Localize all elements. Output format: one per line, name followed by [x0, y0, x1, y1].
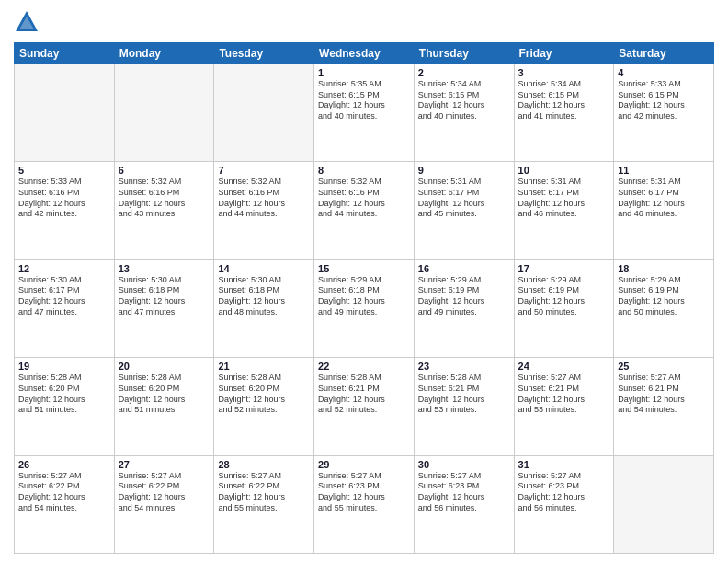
calendar-cell: 31Sunrise: 5:27 AMSunset: 6:23 PMDayligh…: [514, 455, 614, 553]
day-number: 2: [418, 67, 510, 78]
col-header-sunday: Sunday: [15, 43, 115, 64]
week-row-2: 5Sunrise: 5:33 AMSunset: 6:16 PMDaylight…: [15, 162, 714, 259]
day-number: 17: [518, 263, 610, 274]
day-info: Sunrise: 5:31 AMSunset: 6:17 PMDaylight:…: [518, 177, 610, 220]
calendar-cell: 26Sunrise: 5:27 AMSunset: 6:22 PMDayligh…: [15, 455, 115, 553]
calendar-cell: 6Sunrise: 5:32 AMSunset: 6:16 PMDaylight…: [114, 162, 214, 259]
day-number: 30: [418, 459, 510, 470]
calendar-cell: 21Sunrise: 5:28 AMSunset: 6:20 PMDayligh…: [214, 358, 314, 455]
day-number: 15: [318, 263, 410, 274]
header: [14, 9, 714, 35]
day-number: 31: [518, 459, 610, 470]
day-info: Sunrise: 5:27 AMSunset: 6:23 PMDaylight:…: [518, 471, 610, 514]
calendar-cell: 11Sunrise: 5:31 AMSunset: 6:17 PMDayligh…: [614, 162, 714, 259]
day-number: 26: [18, 459, 110, 470]
calendar-cell: 23Sunrise: 5:28 AMSunset: 6:21 PMDayligh…: [414, 358, 514, 455]
day-number: 20: [119, 361, 210, 372]
calendar-cell: [614, 455, 714, 553]
day-info: Sunrise: 5:27 AMSunset: 6:22 PMDaylight:…: [218, 471, 310, 514]
day-info: Sunrise: 5:27 AMSunset: 6:22 PMDaylight:…: [119, 471, 210, 514]
day-number: 12: [18, 263, 110, 274]
day-number: 27: [119, 459, 210, 470]
day-info: Sunrise: 5:31 AMSunset: 6:17 PMDaylight:…: [618, 177, 710, 220]
calendar-cell: 13Sunrise: 5:30 AMSunset: 6:18 PMDayligh…: [114, 259, 214, 357]
calendar-cell: 8Sunrise: 5:32 AMSunset: 6:16 PMDaylight…: [314, 162, 415, 259]
calendar-cell: [15, 64, 115, 162]
day-number: 18: [618, 263, 710, 274]
day-info: Sunrise: 5:28 AMSunset: 6:21 PMDaylight:…: [418, 373, 510, 416]
day-info: Sunrise: 5:28 AMSunset: 6:20 PMDaylight:…: [218, 373, 310, 416]
day-info: Sunrise: 5:35 AMSunset: 6:15 PMDaylight:…: [318, 79, 410, 122]
day-number: 25: [618, 361, 710, 372]
calendar-cell: 22Sunrise: 5:28 AMSunset: 6:21 PMDayligh…: [314, 358, 415, 455]
calendar-cell: 2Sunrise: 5:34 AMSunset: 6:15 PMDaylight…: [414, 64, 514, 162]
day-number: 3: [518, 67, 610, 78]
day-number: 22: [318, 361, 410, 372]
calendar-cell: 17Sunrise: 5:29 AMSunset: 6:19 PMDayligh…: [514, 259, 614, 357]
calendar-cell: 14Sunrise: 5:30 AMSunset: 6:18 PMDayligh…: [214, 259, 314, 357]
calendar-cell: 28Sunrise: 5:27 AMSunset: 6:22 PMDayligh…: [214, 455, 314, 553]
day-info: Sunrise: 5:30 AMSunset: 6:18 PMDaylight:…: [218, 275, 310, 318]
day-number: 11: [618, 165, 710, 176]
day-number: 6: [119, 165, 210, 176]
calendar-cell: 27Sunrise: 5:27 AMSunset: 6:22 PMDayligh…: [114, 455, 214, 553]
day-info: Sunrise: 5:30 AMSunset: 6:18 PMDaylight:…: [119, 275, 210, 318]
calendar-cell: 29Sunrise: 5:27 AMSunset: 6:23 PMDayligh…: [314, 455, 415, 553]
col-header-friday: Friday: [514, 43, 614, 64]
day-info: Sunrise: 5:27 AMSunset: 6:22 PMDaylight:…: [18, 471, 110, 514]
calendar-cell: 12Sunrise: 5:30 AMSunset: 6:17 PMDayligh…: [15, 259, 115, 357]
calendar-cell: 3Sunrise: 5:34 AMSunset: 6:15 PMDaylight…: [514, 64, 614, 162]
day-info: Sunrise: 5:32 AMSunset: 6:16 PMDaylight:…: [318, 177, 410, 220]
day-number: 14: [218, 263, 310, 274]
day-number: 8: [318, 165, 410, 176]
day-info: Sunrise: 5:27 AMSunset: 6:21 PMDaylight:…: [618, 373, 710, 416]
calendar-cell: 5Sunrise: 5:33 AMSunset: 6:16 PMDaylight…: [15, 162, 115, 259]
day-info: Sunrise: 5:33 AMSunset: 6:15 PMDaylight:…: [618, 79, 710, 122]
day-number: 23: [418, 361, 510, 372]
calendar-cell: 19Sunrise: 5:28 AMSunset: 6:20 PMDayligh…: [15, 358, 115, 455]
calendar-cell: 18Sunrise: 5:29 AMSunset: 6:19 PMDayligh…: [614, 259, 714, 357]
day-info: Sunrise: 5:30 AMSunset: 6:17 PMDaylight:…: [18, 275, 110, 318]
day-number: 19: [18, 361, 110, 372]
day-number: 29: [318, 459, 410, 470]
calendar-cell: 10Sunrise: 5:31 AMSunset: 6:17 PMDayligh…: [514, 162, 614, 259]
col-header-tuesday: Tuesday: [214, 43, 314, 64]
day-info: Sunrise: 5:33 AMSunset: 6:16 PMDaylight:…: [18, 177, 110, 220]
day-number: 24: [518, 361, 610, 372]
day-number: 28: [218, 459, 310, 470]
day-info: Sunrise: 5:28 AMSunset: 6:20 PMDaylight:…: [119, 373, 210, 416]
calendar-cell: 25Sunrise: 5:27 AMSunset: 6:21 PMDayligh…: [614, 358, 714, 455]
day-info: Sunrise: 5:27 AMSunset: 6:23 PMDaylight:…: [418, 471, 510, 514]
calendar-cell: 30Sunrise: 5:27 AMSunset: 6:23 PMDayligh…: [414, 455, 514, 553]
calendar-cell: 20Sunrise: 5:28 AMSunset: 6:20 PMDayligh…: [114, 358, 214, 455]
day-number: 1: [318, 67, 410, 78]
calendar-cell: 9Sunrise: 5:31 AMSunset: 6:17 PMDaylight…: [414, 162, 514, 259]
day-info: Sunrise: 5:27 AMSunset: 6:21 PMDaylight:…: [518, 373, 610, 416]
day-info: Sunrise: 5:32 AMSunset: 6:16 PMDaylight:…: [218, 177, 310, 220]
col-header-wednesday: Wednesday: [314, 43, 415, 64]
day-info: Sunrise: 5:29 AMSunset: 6:19 PMDaylight:…: [618, 275, 710, 318]
logo-icon: [14, 9, 40, 35]
calendar-cell: 15Sunrise: 5:29 AMSunset: 6:18 PMDayligh…: [314, 259, 415, 357]
day-number: 16: [418, 263, 510, 274]
day-number: 10: [518, 165, 610, 176]
day-info: Sunrise: 5:29 AMSunset: 6:19 PMDaylight:…: [518, 275, 610, 318]
day-info: Sunrise: 5:27 AMSunset: 6:23 PMDaylight:…: [318, 471, 410, 514]
week-row-4: 19Sunrise: 5:28 AMSunset: 6:20 PMDayligh…: [15, 358, 714, 455]
day-info: Sunrise: 5:34 AMSunset: 6:15 PMDaylight:…: [518, 79, 610, 122]
week-row-5: 26Sunrise: 5:27 AMSunset: 6:22 PMDayligh…: [15, 455, 714, 553]
calendar-cell: [114, 64, 214, 162]
day-info: Sunrise: 5:29 AMSunset: 6:18 PMDaylight:…: [318, 275, 410, 318]
day-number: 13: [119, 263, 210, 274]
day-number: 4: [618, 67, 710, 78]
day-info: Sunrise: 5:28 AMSunset: 6:20 PMDaylight:…: [18, 373, 110, 416]
calendar-cell: 16Sunrise: 5:29 AMSunset: 6:19 PMDayligh…: [414, 259, 514, 357]
day-info: Sunrise: 5:31 AMSunset: 6:17 PMDaylight:…: [418, 177, 510, 220]
week-row-3: 12Sunrise: 5:30 AMSunset: 6:17 PMDayligh…: [15, 259, 714, 357]
page: SundayMondayTuesdayWednesdayThursdayFrid…: [0, 0, 728, 563]
calendar-cell: 4Sunrise: 5:33 AMSunset: 6:15 PMDaylight…: [614, 64, 714, 162]
calendar-cell: 1Sunrise: 5:35 AMSunset: 6:15 PMDaylight…: [314, 64, 415, 162]
week-row-1: 1Sunrise: 5:35 AMSunset: 6:15 PMDaylight…: [15, 64, 714, 162]
day-info: Sunrise: 5:28 AMSunset: 6:21 PMDaylight:…: [318, 373, 410, 416]
day-number: 7: [218, 165, 310, 176]
